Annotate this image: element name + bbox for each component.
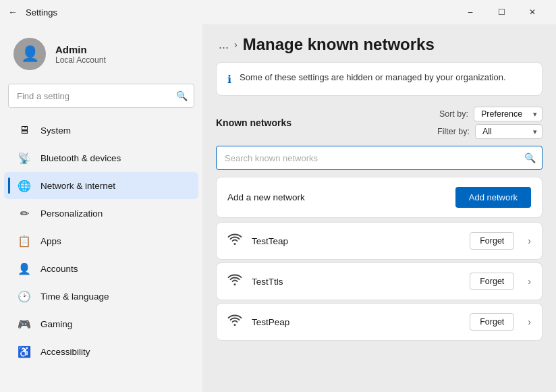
network-list: TestTeapForget› TestTtlsForget› TestPeap… — [216, 222, 543, 341]
system-icon: 🖥 — [18, 123, 31, 137]
network-icon: 🌐 — [18, 179, 31, 192]
search-input[interactable] — [8, 84, 194, 108]
sidebar-item-accessibility[interactable]: ♿Accessibility — [4, 338, 198, 365]
network-item: TestPeapForget› — [216, 303, 543, 341]
system-label: System — [40, 125, 71, 136]
bluetooth-label: Bluetooth & devices — [40, 153, 121, 163]
apps-label: Apps — [40, 236, 61, 246]
nav-list: 🖥System📡Bluetooth & devices🌐Network & in… — [0, 116, 202, 366]
maximize-button[interactable]: ☐ — [486, 0, 517, 24]
avatar: 👤 — [13, 38, 46, 70]
back-icon[interactable]: ← — [8, 7, 18, 18]
sidebar-item-accounts[interactable]: 👤Accounts — [4, 255, 198, 282]
forget-button[interactable]: Forget — [470, 273, 514, 290]
wifi-icon — [227, 314, 242, 330]
network-search-input[interactable] — [216, 146, 543, 170]
filter-by-select[interactable]: AllWi-FiEthernet — [475, 124, 543, 139]
accessibility-label: Accessibility — [40, 347, 90, 357]
wifi-icon — [227, 274, 242, 289]
chevron-right-icon[interactable]: › — [528, 316, 531, 327]
time-icon: 🕑 — [18, 289, 31, 303]
filter-by-row: Filter by: AllWi-FiEthernet — [437, 124, 543, 139]
breadcrumb-dots[interactable]: ... — [219, 38, 229, 52]
user-profile: 👤 Admin Local Account — [0, 24, 202, 81]
forget-button[interactable]: Forget — [470, 232, 514, 250]
time-label: Time & language — [40, 291, 109, 302]
sidebar-item-system[interactable]: 🖥System — [4, 117, 198, 144]
content-header: ... › Manage known networks — [202, 24, 556, 62]
network-name: TestTeap — [252, 236, 460, 246]
network-name: TestPeap — [252, 317, 460, 327]
add-network-row: Add a new network Add network — [216, 177, 543, 218]
user-name: Admin — [55, 44, 106, 55]
filter-by-wrapper: AllWi-FiEthernet — [475, 124, 543, 139]
user-sub: Local Account — [55, 55, 106, 65]
bluetooth-icon: 📡 — [18, 151, 31, 165]
chevron-right-icon[interactable]: › — [528, 235, 531, 246]
apps-icon: 📋 — [18, 234, 31, 248]
info-icon: ℹ — [227, 73, 231, 86]
app-body: 👤 Admin Local Account 🔍 🖥System📡Bluetoot… — [0, 24, 556, 392]
sort-by-wrapper: PreferenceNameDate — [474, 107, 543, 121]
title-bar-title: Settings — [26, 7, 57, 18]
content-area: ... › Manage known networks ℹ Some of th… — [202, 24, 556, 392]
gaming-icon: 🎮 — [18, 317, 31, 331]
title-bar: ← Settings – ☐ ✕ — [0, 0, 556, 24]
accounts-icon: 👤 — [18, 262, 31, 275]
known-networks-label: Known networks — [216, 117, 291, 128]
info-text: Some of these settings are hidden or man… — [240, 72, 506, 82]
title-bar-controls: – ☐ ✕ — [455, 0, 548, 24]
network-search-container: 🔍 — [216, 146, 543, 170]
sidebar-item-network[interactable]: 🌐Network & internet — [4, 172, 198, 199]
networks-section: Known networks Sort by: PreferenceNameDa… — [216, 107, 543, 343]
add-network-label: Add a new network — [227, 192, 305, 202]
gaming-label: Gaming — [40, 319, 72, 329]
info-banner: ℹ Some of these settings are hidden or m… — [216, 62, 543, 96]
network-item: TestTtlsForget› — [216, 262, 543, 300]
page-title: Manage known networks — [243, 35, 435, 54]
avatar-icon: 👤 — [21, 45, 39, 63]
sidebar-item-gaming[interactable]: 🎮Gaming — [4, 310, 198, 337]
personalization-icon: ✏ — [18, 206, 31, 220]
accounts-label: Accounts — [40, 264, 78, 274]
close-button[interactable]: ✕ — [517, 0, 548, 24]
sidebar-item-personalization[interactable]: ✏Personalization — [4, 200, 198, 227]
sidebar-item-bluetooth[interactable]: 📡Bluetooth & devices — [4, 144, 198, 171]
networks-header: Known networks Sort by: PreferenceNameDa… — [216, 107, 543, 139]
chevron-right-icon[interactable]: › — [528, 276, 531, 287]
filter-by-label: Filter by: — [437, 127, 470, 136]
network-label: Network & internet — [40, 181, 115, 191]
breadcrumb-arrow: › — [234, 39, 238, 50]
sidebar-item-apps[interactable]: 📋Apps — [4, 227, 198, 254]
user-info: Admin Local Account — [55, 44, 106, 65]
accessibility-icon: ♿ — [18, 345, 31, 358]
title-bar-left: ← Settings — [8, 7, 57, 18]
network-item: TestTeapForget› — [216, 222, 543, 260]
search-container: 🔍 — [8, 84, 194, 108]
sidebar: 👤 Admin Local Account 🔍 🖥System📡Bluetoot… — [0, 24, 202, 392]
sidebar-item-time[interactable]: 🕑Time & language — [4, 283, 198, 310]
sort-by-row: Sort by: PreferenceNameDate — [439, 107, 543, 121]
sort-filter-row: Sort by: PreferenceNameDate Filter by: A… — [437, 107, 543, 139]
forget-button[interactable]: Forget — [470, 313, 514, 331]
sort-by-label: Sort by: — [439, 109, 468, 119]
sort-by-select[interactable]: PreferenceNameDate — [474, 107, 543, 121]
add-network-button[interactable]: Add network — [455, 187, 531, 208]
personalization-label: Personalization — [40, 208, 103, 219]
network-name: TestTtls — [252, 277, 460, 287]
minimize-button[interactable]: – — [455, 0, 486, 24]
wifi-icon — [227, 233, 242, 249]
